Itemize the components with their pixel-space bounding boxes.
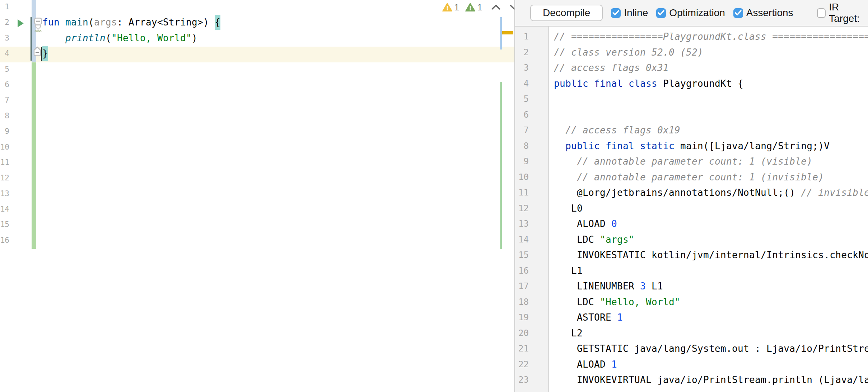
bytecode-line [554,91,868,107]
line-number: 18 [515,294,529,310]
checked-checkbox-icon[interactable] [656,8,666,18]
line-number[interactable]: 12 [0,170,9,186]
checkbox-label: Assertions [746,7,793,19]
line-number[interactable]: 11 [0,155,9,170]
text-caret [41,47,42,61]
warning-count: 1 [454,2,459,13]
checked-checkbox-icon[interactable] [733,8,743,18]
code-token: ( [88,17,94,28]
line-number: 13 [515,216,529,232]
editor-line: 9 [0,124,514,139]
stripe-warning-mark[interactable] [502,31,513,34]
bytecode-line: INVOKESTATIC kotlin/jvm/internal/Intrins… [554,247,868,263]
code-token: public final class [554,78,663,89]
line-number[interactable]: 6 [0,77,9,93]
code-token: L1 [646,281,663,292]
bytecode-line: ALOAD 0 [554,216,868,232]
editor-line: 6 [0,77,514,93]
line-number: 23 [515,372,529,388]
code-token: main [65,17,88,28]
decompile-button[interactable]: Decompile [530,5,603,21]
code-token: ALOAD [554,218,611,229]
line-number[interactable]: 4 [0,46,9,61]
checkbox-ir-target[interactable]: IR Target: [817,1,868,24]
checkbox-optimization[interactable]: Optimization [656,7,725,19]
code-token: ALOAD [554,359,611,370]
code-token: LDC [554,234,600,245]
line-number[interactable]: 2 [0,15,9,30]
warning-icon[interactable] [442,3,452,12]
code-token: @Lorg/jetbrains/annotations/NotNull;() [554,187,801,198]
unchecked-checkbox-icon[interactable] [817,8,826,18]
line-number[interactable]: 3 [0,30,9,46]
run-icon[interactable] [17,19,24,28]
code-token: GETSTATIC java/lang/System.out : Ljava/i… [554,343,868,354]
bytecode-line: ASTORE 1 [554,310,868,326]
code-token: main([Ljava/lang/String;)V [680,141,830,151]
checkbox-inline[interactable]: Inline [611,7,648,19]
editor-line: 15 [0,217,514,232]
line-number: 21 [515,341,529,357]
line-number: 2 [515,45,529,61]
bytecode-line: LDC "args" [554,232,868,248]
stripe-added-mark[interactable] [500,82,502,249]
code-token: "Hello, World" [600,297,680,307]
line-number: 6 [515,107,529,123]
line-number[interactable]: 7 [0,93,9,108]
line-number: 10 [515,170,529,185]
code-token: println [65,33,106,43]
code-token: LDC [554,297,600,307]
code-token: // class version 52.0 (52) [554,47,703,58]
kotlin-editor-pane[interactable]: 12fun main(args: Array<String>) {3 print… [0,0,514,392]
editor-line: 16 [0,233,514,248]
code-token: // annotable parameter count: 1 (invisib… [577,172,824,183]
bytecode-line: public final class PlaygroundKt { [554,76,868,92]
bytecode-line: GETSTATIC java/lang/System.out : Ljava/i… [554,341,868,357]
code-token: L0 [554,203,583,214]
bytecode-line: // annotable parameter count: 1 (visible… [554,154,868,170]
line-number[interactable]: 13 [0,186,9,202]
editor-line: 4} [0,46,514,61]
line-number[interactable]: 9 [0,124,9,139]
bytecode-line: LDC "Hello, World" [554,294,868,310]
code-token: // invisible [801,187,868,198]
fold-start-tail-icon [35,25,41,30]
line-number: 16 [515,263,529,279]
line-number: 17 [515,279,529,294]
checked-checkbox-icon[interactable] [611,8,621,18]
line-code: println("Hello, World") [42,30,197,46]
editor-line: 2fun main(args: Array<String>) { [0,15,514,30]
bytecode-line: @Lorg/jetbrains/annotations/NotNull;() /… [554,185,868,201]
code-token: : Array<String>) [117,17,215,28]
line-number: 3 [515,60,529,76]
code-token: ( [106,33,111,43]
code-token: 3 [640,281,646,292]
fold-start-icon[interactable] [34,18,42,25]
bytecode-line: // class version 52.0 (52) [554,45,868,61]
weak-warning-squiggle [34,30,42,32]
bytecode-line: L1 [554,263,868,279]
line-number[interactable]: 5 [0,62,9,77]
code-token: fun [42,17,65,28]
line-number[interactable]: 8 [0,108,9,124]
editor-line: 11 [0,155,514,170]
code-token: INVOKESTATIC kotlin/jvm/internal/Intrins… [554,250,868,260]
bytecode-line: L0 [554,201,868,217]
bytecode-lines[interactable]: // ================PlaygroundKt.class ==… [554,29,868,388]
line-number[interactable]: 1 [0,0,9,15]
line-number: 14 [515,232,529,248]
bytecode-line: public final static main([Ljava/lang/Str… [554,138,868,154]
code-token [554,141,565,151]
line-number[interactable]: 15 [0,217,9,232]
checkbox-assertions[interactable]: Assertions [733,7,793,19]
editor-line: 12 [0,170,514,186]
weak-warning-icon[interactable] [465,3,475,12]
line-number[interactable]: 16 [0,233,9,248]
line-number[interactable]: 10 [0,140,9,155]
editor-line: 5 [0,62,514,77]
line-number[interactable]: 14 [0,202,9,217]
code-token: L1 [554,265,583,276]
stripe-modified-mark[interactable] [500,17,502,49]
code-token [554,156,577,167]
chevron-up-icon[interactable] [491,4,501,10]
